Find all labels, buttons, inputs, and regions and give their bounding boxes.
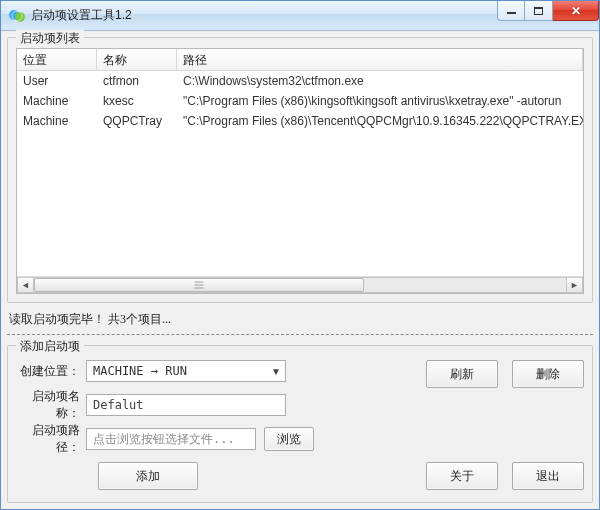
browse-button[interactable]: 浏览 [264, 427, 314, 451]
scroll-track[interactable] [34, 277, 566, 293]
table-row[interactable]: MachineQQPCTray"C:\Program Files (x86)\T… [17, 111, 583, 131]
name-input[interactable] [86, 394, 286, 416]
path-input[interactable] [86, 428, 256, 450]
cell-path: "C:\Program Files (x86)\kingsoft\kingsof… [177, 91, 583, 111]
location-label: 创建位置： [16, 363, 86, 380]
chevron-down-icon: ▼ [271, 366, 281, 377]
add-button[interactable]: 添加 [98, 462, 198, 490]
scroll-left-arrow-icon[interactable]: ◄ [17, 277, 34, 293]
name-label: 启动项名称： [16, 388, 86, 422]
cell-location: Machine [17, 91, 97, 111]
minimize-button[interactable] [497, 1, 525, 21]
client-area: 启动项列表 位置 名称 路径 UserctfmonC:\Windows\syst… [7, 37, 593, 503]
app-icon [9, 8, 25, 24]
svg-point-1 [15, 12, 25, 22]
close-button[interactable]: ✕ [553, 1, 599, 21]
table-row[interactable]: UserctfmonC:\Windows\system32\ctfmon.exe [17, 71, 583, 91]
cell-name: ctfmon [97, 71, 177, 91]
col-name[interactable]: 名称 [97, 49, 177, 70]
scroll-thumb[interactable] [34, 278, 364, 292]
cell-name: kxesc [97, 91, 177, 111]
startup-list-legend: 启动项列表 [16, 30, 84, 47]
title-bar[interactable]: 启动项设置工具1.2 ✕ [1, 1, 599, 31]
delete-button[interactable]: 删除 [512, 360, 584, 388]
window-title: 启动项设置工具1.2 [31, 7, 132, 24]
path-label: 启动项路径： [16, 422, 86, 456]
cell-location: Machine [17, 111, 97, 131]
list-body[interactable]: UserctfmonC:\Windows\system32\ctfmon.exe… [17, 71, 583, 276]
location-combobox[interactable]: MACHINE → RUN ▼ [86, 360, 286, 382]
scroll-right-arrow-icon[interactable]: ► [566, 277, 583, 293]
window-controls: ✕ [497, 1, 599, 21]
horizontal-scrollbar[interactable]: ◄ ► [17, 276, 583, 293]
status-text: 读取启动项完毕！ 共3个项目... [7, 307, 593, 335]
cell-name: QQPCTray [97, 111, 177, 131]
list-header[interactable]: 位置 名称 路径 [17, 49, 583, 71]
maximize-button[interactable] [525, 1, 553, 21]
table-row[interactable]: Machinekxesc"C:\Program Files (x86)\king… [17, 91, 583, 111]
col-location[interactable]: 位置 [17, 49, 97, 70]
location-selected: MACHINE → RUN [93, 364, 187, 378]
app-window: 启动项设置工具1.2 ✕ 启动项列表 位置 名称 路径 UserctfmonC:… [0, 0, 600, 510]
exit-button[interactable]: 退出 [512, 462, 584, 490]
cell-path: C:\Windows\system32\ctfmon.exe [177, 71, 583, 91]
refresh-button[interactable]: 刷新 [426, 360, 498, 388]
add-startup-group: 添加启动项 创建位置： MACHINE → RUN ▼ 启动项名称： [7, 345, 593, 503]
add-startup-legend: 添加启动项 [16, 338, 84, 355]
startup-list-group: 启动项列表 位置 名称 路径 UserctfmonC:\Windows\syst… [7, 37, 593, 303]
cell-location: User [17, 71, 97, 91]
cell-path: "C:\Program Files (x86)\Tencent\QQPCMgr\… [177, 111, 583, 131]
col-path[interactable]: 路径 [177, 49, 583, 70]
startup-list[interactable]: 位置 名称 路径 UserctfmonC:\Windows\system32\c… [16, 48, 584, 294]
about-button[interactable]: 关于 [426, 462, 498, 490]
